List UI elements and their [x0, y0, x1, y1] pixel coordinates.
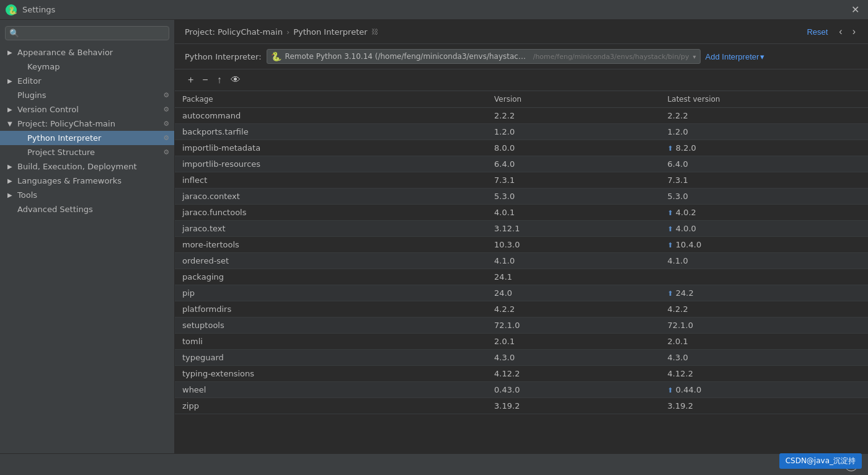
table-row[interactable]: packaging24.1 [175, 269, 868, 285]
app-icon: 🐍 [5, 4, 17, 16]
table-row[interactable]: platformdirs4.2.24.2.2 [175, 301, 868, 317]
package-toolbar: + − ↑ 👁 [175, 69, 868, 91]
sidebar-item-label: Version Control [17, 105, 79, 114]
table-row[interactable]: typeguard4.3.04.3.0 [175, 350, 868, 366]
table-row[interactable]: more-itertools10.3.0⬆10.4.0 [175, 237, 868, 253]
table-row[interactable]: pip24.0⬆24.2 [175, 285, 868, 301]
package-name: typeguard [175, 350, 487, 366]
package-name: jaraco.functools [175, 205, 487, 221]
package-name: importlib-metadata [175, 140, 487, 156]
sidebar-item-python-interpreter[interactable]: Python Interpreter ⚙ [0, 131, 174, 145]
package-version: 4.3.0 [487, 350, 660, 366]
package-latest-version: 4.2.2 [660, 301, 868, 317]
table-row[interactable]: tomli2.0.12.0.1 [175, 334, 868, 350]
package-latest-version: ⬆8.2.0 [660, 140, 868, 156]
add-interpreter-dropdown-icon: ▾ [760, 52, 764, 61]
add-package-button[interactable]: + [185, 73, 197, 87]
table-row[interactable]: inflect7.3.17.3.1 [175, 172, 868, 189]
show-details-button[interactable]: 👁 [228, 73, 244, 87]
package-latest-version: 5.3.0 [660, 189, 868, 205]
package-latest-version: ⬆24.2 [660, 285, 868, 301]
package-version: 1.2.0 [487, 124, 660, 140]
search-box[interactable]: 🔍 [5, 26, 169, 40]
sidebar-item-appearance[interactable]: ▶ Appearance & Behavior [0, 45, 174, 60]
sidebar-item-project[interactable]: ▼ Project: PolicyChat-main ⚙ [0, 117, 174, 131]
col-header-package[interactable]: Package [175, 91, 487, 108]
nav-buttons: Reset ‹ › [803, 25, 858, 38]
table-row[interactable]: jaraco.functools4.0.1⬆4.0.2 [175, 205, 868, 221]
gear-icon: ⚙ [163, 120, 169, 128]
sidebar-item-advanced-settings[interactable]: Advanced Settings [0, 202, 174, 216]
sidebar-item-plugins[interactable]: Plugins ⚙ [0, 88, 174, 102]
forward-button[interactable]: › [850, 25, 858, 38]
package-name: backports.tarfile [175, 124, 487, 140]
package-latest-version: 1.2.0 [660, 124, 868, 140]
package-version: 2.2.2 [487, 108, 660, 124]
package-version: 10.3.0 [487, 237, 660, 253]
package-version: 2.0.1 [487, 334, 660, 350]
remove-package-button[interactable]: − [199, 73, 211, 87]
sidebar-item-editor[interactable]: ▶ Editor [0, 74, 174, 88]
table-header: Package Version Latest version [175, 91, 868, 108]
package-version: 4.1.0 [487, 253, 660, 269]
table-row[interactable]: typing-extensions4.12.24.12.2 [175, 366, 868, 382]
package-latest-version: 4.3.0 [660, 350, 868, 366]
sidebar-item-label: Tools [17, 190, 37, 200]
table-row[interactable]: importlib-metadata8.0.0⬆8.2.0 [175, 140, 868, 156]
sidebar-item-languages[interactable]: ▶ Languages & Frameworks [0, 174, 174, 188]
sidebar-item-build[interactable]: ▶ Build, Execution, Deployment [0, 159, 174, 174]
sidebar-item-tools[interactable]: ▶ Tools [0, 188, 174, 202]
interpreter-label: Python Interpreter: [185, 52, 262, 61]
sidebar-item-keymap[interactable]: Keymap [0, 60, 174, 74]
sidebar-item-label: Project: PolicyChat-main [17, 119, 115, 128]
titlebar-left: 🐍 Settings [5, 4, 55, 16]
sidebar-item-version-control[interactable]: ▶ Version Control ⚙ [0, 102, 174, 117]
table-row[interactable]: jaraco.text3.12.1⬆4.0.0 [175, 221, 868, 237]
package-latest-version: ⬆4.0.0 [660, 221, 868, 237]
expand-arrow-icon: ▶ [7, 177, 14, 184]
package-version: 24.1 [487, 269, 660, 285]
back-button[interactable]: ‹ [836, 25, 844, 38]
table-row[interactable]: wheel0.43.0⬆0.44.0 [175, 382, 868, 398]
breadcrumb-current: Python Interpreter [293, 27, 367, 37]
package-latest-version: 2.0.1 [660, 334, 868, 350]
content-area: Project: PolicyChat-main › Python Interp… [175, 20, 868, 453]
table-row[interactable]: backports.tarfile1.2.01.2.0 [175, 124, 868, 140]
link-icon: ⛓ [371, 28, 378, 36]
table-row[interactable]: importlib-resources6.4.06.4.0 [175, 156, 868, 172]
interpreter-select[interactable]: 🐍 Remote Python 3.10.14 (/home/feng/mini… [267, 49, 701, 64]
gear-icon: ⚙ [163, 134, 169, 142]
search-icon: 🔍 [9, 29, 19, 38]
table-row[interactable]: jaraco.context5.3.05.3.0 [175, 189, 868, 205]
close-button[interactable]: ✕ [848, 2, 863, 17]
interpreter-name: Remote Python 3.10.14 (/home/feng/minico… [285, 52, 529, 61]
package-name: more-itertools [175, 237, 487, 253]
table-row[interactable]: zipp3.19.23.19.2 [175, 398, 868, 414]
upgrade-package-button[interactable]: ↑ [214, 73, 225, 87]
gear-icon: ⚙ [163, 91, 169, 99]
package-name: autocommand [175, 108, 487, 124]
package-name: setuptools [175, 317, 487, 334]
col-header-latest[interactable]: Latest version [660, 91, 868, 108]
package-version: 0.43.0 [487, 382, 660, 398]
table-row[interactable]: ordered-set4.1.04.1.0 [175, 253, 868, 269]
sidebar: 🔍 ▶ Appearance & Behavior Keymap ▶ Edito… [0, 20, 175, 453]
package-version: 24.0 [487, 285, 660, 301]
sidebar-item-label: Appearance & Behavior [17, 48, 113, 57]
table-row[interactable]: autocommand2.2.22.2.2 [175, 108, 868, 124]
col-header-version[interactable]: Version [487, 91, 660, 108]
add-interpreter-button[interactable]: Add Interpreter ▾ [706, 52, 765, 61]
expand-arrow-icon: ▶ [7, 78, 14, 84]
content-header: Project: PolicyChat-main › Python Interp… [175, 20, 868, 44]
watermark: CSDN@java_沉淀持 [779, 453, 862, 469]
reset-button[interactable]: Reset [803, 26, 831, 38]
svg-text:🐍: 🐍 [8, 6, 17, 15]
package-latest-version: ⬆0.44.0 [660, 382, 868, 398]
table-row[interactable]: setuptools72.1.072.1.0 [175, 317, 868, 334]
package-version: 4.0.1 [487, 205, 660, 221]
package-latest-version: 4.12.2 [660, 366, 868, 382]
search-input[interactable] [22, 29, 165, 38]
sidebar-item-project-structure[interactable]: Project Structure ⚙ [0, 145, 174, 159]
package-latest-version: ⬆4.0.2 [660, 205, 868, 221]
dropdown-arrow-icon: ▾ [693, 53, 696, 60]
